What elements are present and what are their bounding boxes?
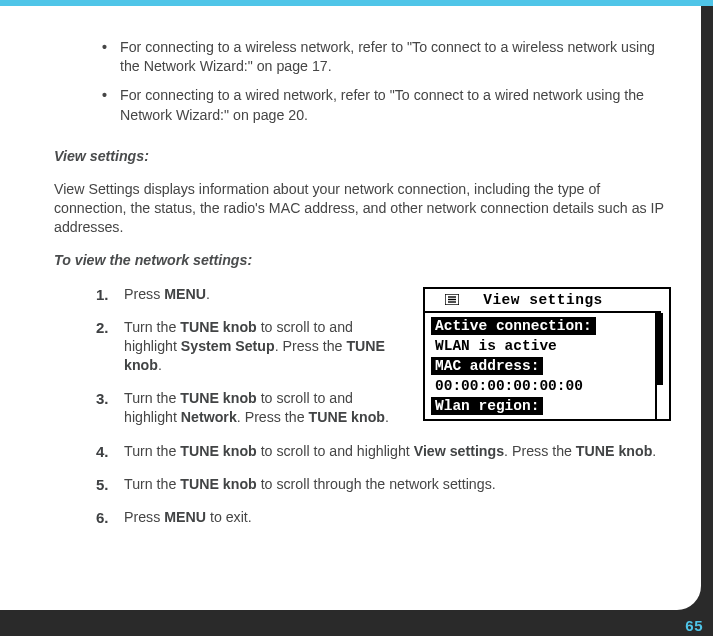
step-bold: TUNE knob: [180, 319, 256, 335]
display-title-bar: View settings: [425, 289, 661, 313]
display-body: Active connection: WLAN is active MAC ad…: [425, 313, 661, 420]
step-number: 4.: [96, 442, 109, 462]
bullet-page-ref: 17: [312, 58, 328, 74]
bullet-text-post: .: [328, 58, 332, 74]
step-6: 6. Press MENU to exit.: [96, 508, 671, 527]
step-5: 5. Turn the TUNE knob to scroll through …: [96, 475, 671, 494]
step-4: 4. Turn the TUNE knob to scroll to and h…: [96, 442, 671, 461]
step-bold: TUNE knob: [180, 443, 256, 459]
step-bold: System Setup: [181, 338, 275, 354]
step-text: .: [652, 443, 656, 459]
step-bold: MENU: [164, 509, 206, 525]
heading-view-settings: View settings:: [54, 147, 671, 166]
step-3: 3. Turn the TUNE knob to scroll to and h…: [96, 389, 405, 427]
step-number: 3.: [96, 389, 109, 409]
step-bold: Network: [181, 409, 237, 425]
step-1: 1. Press MENU.: [96, 285, 405, 304]
step-text: Press: [124, 286, 164, 302]
step-bold: TUNE knob: [576, 443, 652, 459]
step-bold: TUNE knob: [180, 390, 256, 406]
step-text: . Press the: [275, 338, 347, 354]
page-number: 65: [685, 617, 703, 634]
step-text: . Press the: [237, 409, 309, 425]
bullet-text: For connecting to a wireless network, re…: [120, 39, 655, 74]
step-text: Turn the: [124, 319, 180, 335]
step-bold: MENU: [164, 286, 206, 302]
display-scroll-thumb: [657, 313, 663, 386]
bullet-wireless: For connecting to a wireless network, re…: [108, 38, 671, 76]
step-text: to scroll to and highlight: [257, 443, 414, 459]
step-number: 5.: [96, 475, 109, 495]
display-scrollbar: [655, 313, 663, 420]
step-number: 2.: [96, 318, 109, 338]
hamburger-icon: [445, 294, 459, 305]
step-text: Turn the: [124, 390, 180, 406]
radio-display: View settings Active connection: WLAN is…: [423, 287, 671, 422]
step-bold: TUNE knob: [180, 476, 256, 492]
step-text: to scroll through the network settings.: [257, 476, 496, 492]
bullet-text: For connecting to a wired network, refer…: [120, 87, 644, 122]
step-text: Turn the: [124, 476, 180, 492]
step-text: .: [158, 357, 162, 373]
view-settings-description: View Settings displays information about…: [54, 180, 671, 238]
display-row: Wlan region:: [431, 397, 543, 415]
heading-to-view-network-settings: To view the network settings:: [54, 251, 671, 270]
step-number: 6.: [96, 508, 109, 528]
step-text: Turn the: [124, 443, 180, 459]
display-title-text: View settings: [483, 292, 603, 308]
bullet-page-ref: 20: [288, 107, 304, 123]
intro-bullet-list: For connecting to a wireless network, re…: [108, 38, 671, 125]
step-text: to exit.: [206, 509, 252, 525]
step-text: .: [206, 286, 210, 302]
step-number: 1.: [96, 285, 109, 305]
step-bold: View settings: [414, 443, 504, 459]
display-row: Active connection:: [431, 317, 596, 335]
step-text: .: [385, 409, 389, 425]
step-bold: TUNE knob: [309, 409, 385, 425]
steps-list: 1. Press MENU. 2. Turn the TUNE knob to …: [96, 285, 405, 428]
step-text: . Press the: [504, 443, 576, 459]
bullet-text-post: .: [304, 107, 308, 123]
step-text: Press: [124, 509, 164, 525]
display-row: 00:00:00:00:00:00: [431, 377, 587, 395]
bullet-wired: For connecting to a wired network, refer…: [108, 86, 671, 124]
steps-list-continued: 4. Turn the TUNE knob to scroll to and h…: [96, 442, 671, 528]
display-row: MAC address:: [431, 357, 543, 375]
manual-page: For connecting to a wireless network, re…: [0, 6, 701, 610]
step-2: 2. Turn the TUNE knob to scroll to and h…: [96, 318, 405, 376]
display-row: WLAN is active: [431, 337, 561, 355]
